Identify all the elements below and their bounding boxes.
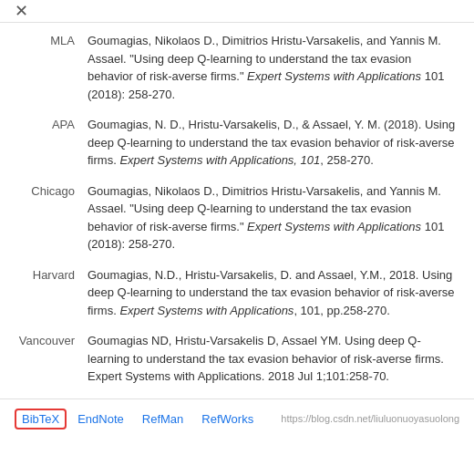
cite-row: VancouverGoumagias ND, Hristu-Varsakelis… [15, 332, 459, 386]
cite-text-content: Goumagias, N.D., Hristu-Varsakelis, D. a… [88, 266, 459, 320]
cite-style-label: Chicago [15, 182, 88, 254]
footer-button-refworks[interactable]: RefWorks [194, 409, 261, 429]
footer-button-refman[interactable]: RefMan [135, 409, 191, 429]
footer-button-bibtex[interactable]: BibTeX [15, 409, 67, 429]
cite-style-label: Harvard [15, 266, 88, 320]
cite-row: ChicagoGoumagias, Nikolaos D., Dimitrios… [15, 182, 459, 254]
header: ✕ [0, 0, 474, 23]
watermark: https://blog.csdn.net/liuluonuoyasuolong [281, 413, 459, 424]
cite-row: APAGoumagias, N. D., Hristu-Varsakelis, … [15, 116, 459, 170]
cite-text-content: Goumagias, Nikolaos D., Dimitrios Hristu… [88, 182, 459, 254]
cite-row: MLAGoumagias, Nikolaos D., Dimitrios Hri… [15, 32, 459, 103]
cite-style-label: APA [15, 116, 88, 170]
close-button[interactable]: ✕ [15, 3, 28, 19]
cite-style-label: MLA [15, 32, 88, 103]
cite-row: HarvardGoumagias, N.D., Hristu-Varsakeli… [15, 266, 459, 320]
cite-text-content: Goumagias, N. D., Hristu-Varsakelis, D.,… [88, 116, 459, 170]
cite-text-content: Goumagias ND, Hristu-Varsakelis D, Assae… [88, 332, 459, 386]
footer-button-endnote[interactable]: EndNote [70, 409, 131, 429]
cite-style-label: Vancouver [15, 332, 88, 386]
cite-text-content: Goumagias, Nikolaos D., Dimitrios Hristu… [88, 32, 459, 103]
citations-content: MLAGoumagias, Nikolaos D., Dimitrios Hri… [0, 23, 474, 386]
footer: BibTeXEndNoteRefManRefWorkshttps://blog.… [0, 398, 474, 439]
